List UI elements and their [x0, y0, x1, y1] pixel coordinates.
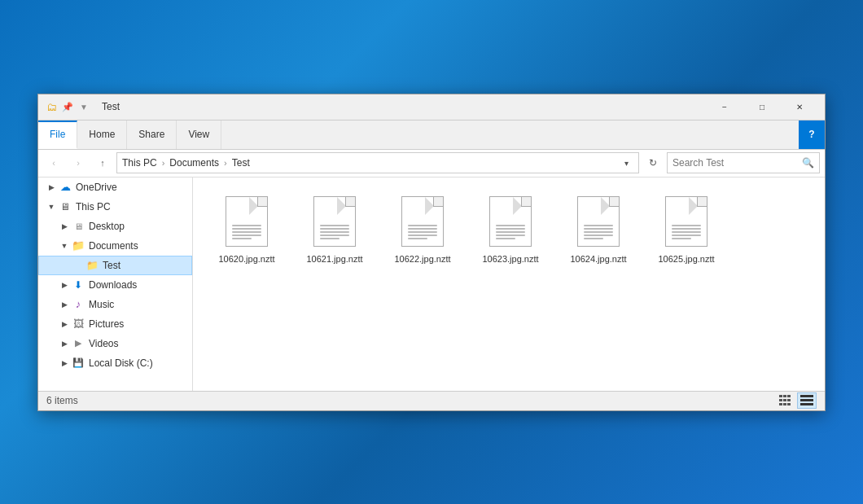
expand-this-pc[interactable]: ▼	[45, 197, 58, 217]
file-line	[408, 234, 437, 236]
pin-icon: 📌	[61, 100, 74, 113]
tab-share[interactable]: Share	[127, 121, 177, 149]
view-toggle	[776, 392, 817, 409]
file-line	[320, 228, 349, 230]
address-dropdown-button[interactable]: ▾	[619, 152, 633, 173]
sidebar-item-music[interactable]: ▶ ♪ Music	[38, 295, 192, 314]
tab-home[interactable]: Home	[77, 121, 127, 149]
arrow-icon: ▼	[77, 100, 90, 113]
music-label: Music	[89, 299, 114, 310]
search-icon[interactable]: 🔍	[802, 157, 814, 169]
file-label: 10625.jpg.nztt	[658, 253, 714, 265]
documents-icon: 📁	[71, 239, 85, 253]
file-item[interactable]: 10624.jpg.nztt	[558, 187, 639, 270]
address-bar-row: ‹ › ↑ This PC › Documents › Test ▾ ↻ 🔍	[38, 150, 825, 177]
file-line	[232, 225, 261, 226]
file-lines	[496, 225, 525, 239]
svg-rect-7	[783, 403, 786, 405]
sidebar-item-local-disk[interactable]: ▶ 💾 Local Disk (C:)	[38, 353, 192, 373]
file-line	[496, 228, 525, 230]
close-button[interactable]: ✕	[781, 94, 818, 120]
file-item[interactable]: 10625.jpg.nztt	[646, 187, 727, 270]
videos-icon: ▶	[71, 336, 85, 351]
expand-local-disk[interactable]: ▶	[58, 353, 71, 373]
file-item[interactable]: 10621.jpg.nztt	[294, 187, 375, 270]
file-icon-wrapper	[398, 193, 447, 250]
file-line	[408, 228, 437, 230]
expand-onedrive[interactable]: ▶	[45, 177, 58, 197]
file-line	[232, 231, 261, 233]
back-button[interactable]: ‹	[43, 152, 64, 173]
sidebar-item-desktop[interactable]: ▶ 🖥 Desktop	[38, 217, 192, 236]
sidebar-item-onedrive[interactable]: ▶ ☁ OneDrive	[38, 177, 192, 197]
help-button[interactable]: ?	[799, 121, 825, 149]
file-line	[320, 231, 349, 233]
file-line	[584, 228, 613, 230]
file-line	[232, 228, 261, 230]
breadcrumb-test[interactable]: Test	[232, 157, 250, 169]
desktop-label: Desktop	[89, 221, 125, 232]
sidebar-item-this-pc[interactable]: ▼ 🖥 This PC	[38, 197, 192, 217]
up-button[interactable]: ↑	[92, 152, 113, 173]
file-line	[232, 234, 261, 236]
address-box[interactable]: This PC › Documents › Test ▾	[116, 152, 639, 173]
expand-music[interactable]: ▶	[58, 295, 71, 314]
maximize-button[interactable]: □	[743, 94, 781, 120]
file-lines	[408, 225, 437, 239]
expand-desktop[interactable]: ▶	[58, 217, 71, 236]
this-pc-icon: 🖥	[58, 199, 72, 214]
window-controls: − □ ✕	[706, 94, 818, 120]
expand-pictures[interactable]: ▶	[58, 314, 71, 334]
videos-label: Videos	[89, 338, 118, 349]
downloads-icon: ⬇	[71, 278, 85, 292]
sidebar-item-test[interactable]: ▶ 📁 Test	[38, 256, 192, 275]
test-icon: 📁	[85, 258, 99, 273]
tab-view[interactable]: View	[177, 121, 221, 149]
file-icon	[226, 196, 268, 247]
view-detail-button[interactable]	[797, 392, 817, 409]
svg-rect-10	[800, 399, 813, 401]
sidebar-item-pictures[interactable]: ▶ 🖼 Pictures	[38, 314, 192, 334]
file-item[interactable]: 10620.jpg.nztt	[206, 187, 287, 270]
file-item[interactable]: 10622.jpg.nztt	[382, 187, 463, 270]
file-icon	[665, 196, 707, 247]
tab-file[interactable]: File	[38, 121, 77, 149]
item-count: 6 items	[46, 395, 78, 406]
sidebar-scroll[interactable]: ▶ ☁ OneDrive ▼ 🖥 This PC ▶ 🖥 Desktop	[38, 177, 192, 391]
file-icon-wrapper	[662, 193, 711, 250]
pictures-icon: 🖼	[71, 317, 85, 331]
sidebar: ▶ ☁ OneDrive ▼ 🖥 This PC ▶ 🖥 Desktop	[38, 177, 193, 391]
file-line	[584, 238, 603, 239]
file-label: 10622.jpg.nztt	[394, 253, 450, 265]
list-view-icon	[779, 395, 792, 406]
sidebar-item-documents[interactable]: ▼ 📁 Documents	[38, 236, 192, 256]
view-list-button[interactable]	[776, 392, 795, 409]
ribbon: File Home Share View ?	[38, 121, 825, 150]
onedrive-label: OneDrive	[76, 182, 117, 193]
expand-documents[interactable]: ▼	[58, 236, 71, 256]
forward-button[interactable]: ›	[68, 152, 89, 173]
breadcrumb-documents[interactable]: Documents	[169, 157, 219, 169]
file-line	[672, 231, 701, 233]
file-icon-wrapper	[574, 193, 623, 250]
file-line	[672, 234, 701, 236]
file-icon-wrapper	[310, 193, 359, 250]
search-box[interactable]: 🔍	[667, 152, 820, 173]
refresh-button[interactable]: ↻	[642, 152, 664, 173]
title-bar-icons: 🗂 📌 ▼	[45, 100, 90, 113]
window-title: Test	[102, 101, 706, 112]
file-icon-wrapper	[486, 193, 535, 250]
minimize-button[interactable]: −	[706, 94, 743, 120]
expand-downloads[interactable]: ▶	[58, 275, 71, 295]
file-item[interactable]: 10623.jpg.nztt	[470, 187, 551, 270]
file-line	[496, 234, 525, 236]
expand-videos[interactable]: ▶	[58, 334, 71, 353]
file-label: 10624.jpg.nztt	[570, 253, 626, 265]
sidebar-item-downloads[interactable]: ▶ ⬇ Downloads	[38, 275, 192, 295]
breadcrumb-this-pc[interactable]: This PC	[122, 157, 157, 169]
file-line	[320, 238, 340, 239]
search-input[interactable]	[672, 157, 799, 169]
file-line	[672, 228, 701, 230]
sidebar-item-videos[interactable]: ▶ ▶ Videos	[38, 334, 192, 353]
file-line	[584, 231, 613, 233]
